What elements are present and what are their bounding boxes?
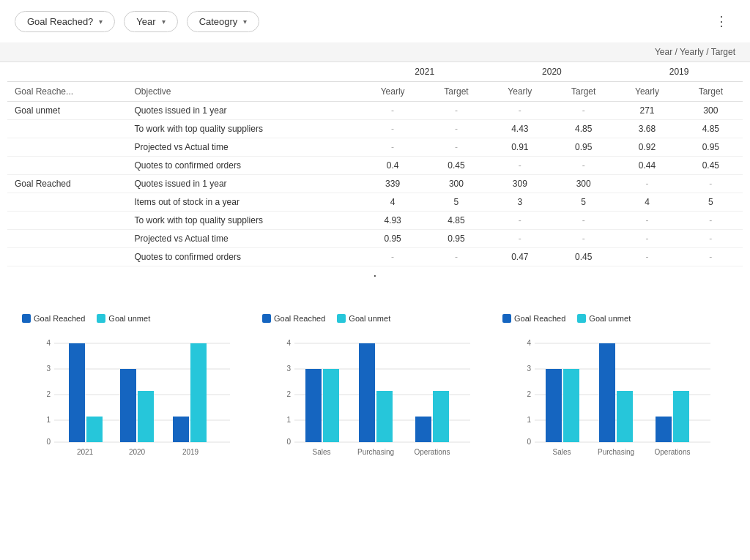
- goal-reached-filter[interactable]: Goal Reached? ▾: [15, 11, 115, 32]
- cell-group: [7, 212, 127, 230]
- cell-value: -: [489, 212, 552, 230]
- cell-value: 4.43: [489, 120, 552, 138]
- cell-value: 0.92: [615, 138, 678, 157]
- legend2-reached-dot: [262, 314, 271, 323]
- col-objective: Objective: [127, 82, 361, 102]
- cell-value: -: [679, 175, 743, 193]
- charts-section: Goal Reached Goal unmet 4 3 2 1 0: [0, 299, 750, 477]
- legend3-unmet-label: Goal unmet: [589, 314, 631, 323]
- cell-objective: To work with top quality suppliers: [127, 212, 361, 230]
- bar2-purchasing-unmet: [617, 391, 633, 442]
- col-goal-reached: Goal Reache...: [7, 82, 127, 102]
- cell-value: 0.91: [489, 138, 552, 157]
- svg-text:2: 2: [527, 390, 531, 398]
- cell-value: 0.47: [489, 248, 552, 266]
- bar-2019-unmet: [190, 343, 207, 442]
- cell-value: 0.95: [679, 138, 743, 157]
- chart-dept-1: Goal Reached Goal unmet 4 3 2 1 0: [262, 314, 488, 463]
- table-row: To work with top quality suppliers4.934.…: [7, 212, 743, 230]
- legend3-unmet-dot: [577, 314, 586, 323]
- chart1-legend: Goal Reached Goal unmet: [22, 314, 248, 323]
- cell-value: 300: [552, 175, 615, 193]
- cell-value: 4.85: [679, 120, 743, 138]
- year-2021: 2021: [361, 62, 489, 82]
- cell-value: -: [361, 120, 424, 138]
- cell-value: -: [424, 248, 488, 266]
- cell-value: 271: [615, 102, 678, 120]
- svg-text:Sales: Sales: [312, 448, 330, 456]
- cell-value: -: [615, 212, 678, 230]
- cell-value: -: [361, 102, 424, 120]
- legend3-reached-dot: [502, 314, 511, 323]
- svg-text:3: 3: [527, 365, 531, 373]
- legend2-goal-reached: Goal Reached: [262, 314, 325, 323]
- cell-value: -: [679, 230, 743, 248]
- bar2-operations-unmet: [673, 391, 689, 442]
- table-row: Quotes to confirmed orders0.40.45--0.440…: [7, 157, 743, 175]
- cell-value: -: [615, 248, 678, 266]
- year-label: Year: [136, 16, 155, 27]
- cell-value: 339: [361, 175, 424, 193]
- svg-text:0: 0: [46, 438, 51, 446]
- chart-year: Goal Reached Goal unmet 4 3 2 1 0: [22, 314, 248, 463]
- bar2-purchasing-reached: [599, 343, 615, 442]
- category-label: Cateogry: [199, 16, 238, 27]
- cell-group: [7, 138, 127, 157]
- table-row: To work with top quality suppliers--4.43…: [7, 120, 743, 138]
- svg-text:2020: 2020: [129, 448, 146, 456]
- cell-value: 5: [424, 193, 488, 212]
- cell-value: 0.95: [424, 230, 488, 248]
- table-row: Goal ReachedQuotes issued in 1 year33930…: [7, 175, 743, 193]
- bar-2020-reached: [120, 369, 136, 442]
- bar-sales-reached: [305, 369, 322, 442]
- legend-reached-dot: [22, 314, 31, 323]
- year-filter[interactable]: Year ▾: [124, 11, 177, 32]
- cell-group: [7, 230, 127, 248]
- svg-text:3: 3: [286, 365, 291, 373]
- legend2-unmet-label: Goal unmet: [349, 314, 390, 323]
- chevron-down-icon: ▾: [243, 18, 247, 26]
- svg-text:0: 0: [527, 438, 531, 446]
- table-row: Projected vs Actual time0.950.95----: [7, 230, 743, 248]
- year-header-row: 2021 2020 2019: [7, 62, 743, 82]
- bar-purchasing-unmet: [376, 391, 393, 442]
- year-2019: 2019: [615, 62, 743, 82]
- legend3-goal-reached: Goal Reached: [502, 314, 565, 323]
- goal-reached-label: Goal Reached?: [27, 16, 93, 27]
- cell-value: 0.95: [361, 230, 424, 248]
- chevron-down-icon: ▾: [99, 18, 103, 26]
- svg-text:Operations: Operations: [415, 448, 450, 456]
- chart3-legend: Goal Reached Goal unmet: [502, 314, 728, 323]
- data-table: 2021 2020 2019 Goal Reache... Objective …: [0, 62, 750, 266]
- cell-value: -: [615, 230, 678, 248]
- bar-2019-reached: [173, 417, 189, 442]
- svg-text:1: 1: [527, 416, 531, 424]
- category-filter[interactable]: Cateogry ▾: [187, 11, 260, 32]
- cell-value: -: [552, 212, 615, 230]
- cell-value: -: [424, 138, 488, 157]
- more-options-icon[interactable]: ⋮: [709, 10, 735, 32]
- cell-objective: Projected vs Actual time: [127, 138, 361, 157]
- cell-value: -: [552, 102, 615, 120]
- bar2-sales-unmet: [563, 369, 579, 442]
- cell-objective: Quotes to confirmed orders: [127, 248, 361, 266]
- svg-text:3: 3: [46, 365, 51, 373]
- svg-text:Sales: Sales: [552, 448, 571, 456]
- cell-value: 0.44: [615, 157, 678, 175]
- table-row: Projected vs Actual time--0.910.950.920.…: [7, 138, 743, 157]
- svg-text:4: 4: [46, 339, 51, 347]
- cell-value: 4.85: [552, 120, 615, 138]
- cell-objective: Quotes to confirmed orders: [127, 157, 361, 175]
- cell-value: -: [552, 157, 615, 175]
- cell-value: -: [424, 102, 488, 120]
- cell-value: -: [361, 138, 424, 157]
- cell-value: 4: [361, 193, 424, 212]
- legend-goal-reached: Goal Reached: [22, 314, 85, 323]
- year-2020: 2020: [489, 62, 616, 82]
- legend-reached-label: Goal Reached: [34, 314, 85, 323]
- cell-value: 0.45: [679, 157, 743, 175]
- bar-sales-unmet: [323, 369, 339, 442]
- col-2021-target: Target: [424, 82, 488, 102]
- col-2019-yearly: Yearly: [615, 82, 678, 102]
- cell-group: [7, 193, 127, 212]
